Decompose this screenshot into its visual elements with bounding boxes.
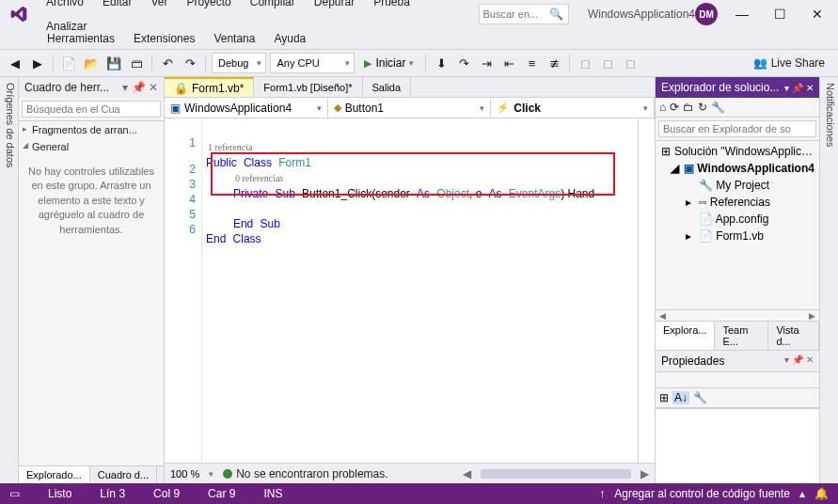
menu-prueba[interactable]: Prueba [366, 0, 418, 12]
user-avatar[interactable]: DM [695, 3, 718, 25]
platform-combo[interactable]: Any CPU [270, 53, 355, 73]
node-form1vb[interactable]: ▸📄 Form1.vb [656, 228, 819, 244]
node-appconfig[interactable]: 📄 App.config [656, 211, 819, 228]
right-siderail-notifications[interactable]: Notificaciones [819, 77, 838, 483]
tab-solution-explorer[interactable]: Explora... [656, 322, 715, 350]
tab-team-explorer[interactable]: Team E... [715, 322, 768, 350]
properties-title: Propiedades [661, 354, 724, 368]
doc-tab-output[interactable]: Salida [363, 77, 412, 97]
home-icon[interactable]: ⌂ [659, 101, 666, 114]
main-toolbar: ◀ ▶ 📄 📂 💾 🗃 ↶ ↷ Debug Any CPU ▶ Iniciar … [0, 49, 838, 77]
next-bookmark-icon[interactable]: ◻ [598, 54, 617, 72]
menu-ver[interactable]: Ver [143, 0, 175, 12]
collapse-icon[interactable]: ⟳ [670, 101, 679, 114]
project-node[interactable]: ◢▣ WindowsApplication4 [656, 160, 819, 177]
bookmark-icon[interactable]: ◻ [576, 54, 594, 72]
horizontal-scrollbar[interactable] [481, 469, 631, 479]
show-all-icon[interactable]: 🗀 [683, 101, 694, 114]
notifications-icon[interactable]: 🔔 [814, 487, 829, 500]
properties-object-combo[interactable] [656, 371, 819, 388]
alphabetical-icon[interactable]: A↓ [672, 391, 689, 404]
undo-icon[interactable]: ↶ [158, 54, 177, 72]
menu-compilar[interactable]: Compilar [243, 0, 303, 12]
status-car: Car 9 [208, 487, 235, 500]
nav-fwd-icon[interactable]: ▶ [28, 54, 47, 72]
hscroll-left-icon[interactable]: ◀ [463, 467, 471, 480]
toolbox-title: Cuadro de herr... [24, 81, 109, 94]
title-search[interactable]: 🔍 [479, 4, 569, 24]
source-control-button[interactable]: Agregar al control de código fuente [614, 487, 790, 500]
toolbox-search-input[interactable] [22, 101, 161, 118]
tab-class-view[interactable]: Vista d... [768, 322, 819, 350]
new-file-icon[interactable]: 📄 [59, 54, 78, 72]
menu-ayuda[interactable]: Ayuda [266, 28, 313, 49]
search-icon: 🔍 [549, 8, 563, 21]
step-icon[interactable]: ⬇ [432, 54, 451, 72]
noproblems-label: No se encontraron problemas. [236, 467, 387, 480]
minimize-button[interactable]: — [729, 5, 755, 24]
comment-icon[interactable]: ≡ [522, 54, 541, 72]
redo-icon[interactable]: ↷ [181, 54, 199, 72]
nav-scope-combo[interactable]: ▣ WindowsApplication4 [165, 98, 328, 118]
indent-icon[interactable]: ⇥ [477, 54, 496, 72]
codelens-ref0[interactable]: 0 referencias [233, 173, 283, 183]
menu-extensiones[interactable]: Extensiones [126, 28, 202, 49]
liveshare-button[interactable]: 👥 Live Share [746, 56, 832, 70]
open-icon[interactable]: 📂 [82, 54, 101, 72]
config-combo[interactable]: Debug [212, 53, 266, 73]
nav-back-icon[interactable]: ◀ [6, 54, 24, 72]
title-search-input[interactable] [483, 8, 549, 20]
properties-icon[interactable]: 🔧 [711, 101, 725, 114]
uncomment-icon[interactable]: ≢ [545, 54, 563, 72]
maximize-button[interactable]: ☐ [767, 5, 793, 24]
node-myproject[interactable]: 🔧 My Project [656, 177, 819, 194]
vb-icon: ▣ [170, 102, 181, 115]
vs-logo [8, 3, 29, 25]
nav-member-combo[interactable]: ◆ Button1 [328, 98, 492, 118]
prev-bookmark-icon[interactable]: ◻ [621, 54, 640, 72]
node-references[interactable]: ▸▫▫ Referencias [656, 194, 819, 211]
error-status[interactable]: No se encontraron problemas. [223, 467, 387, 480]
toolbox-group-general[interactable]: General [19, 138, 164, 155]
left-siderail-datasources[interactable]: Orígenes de datos [0, 77, 19, 483]
properties-grid[interactable] [656, 408, 819, 483]
split-gutter[interactable] [638, 118, 655, 463]
doc-tab-form1-vb[interactable]: 🔒 Form1.vb* [165, 77, 254, 97]
menu-editar[interactable]: Editar [95, 0, 139, 12]
status-line: Lín 3 [100, 487, 125, 500]
close-button[interactable]: ✕ [804, 5, 830, 24]
save-all-icon[interactable]: 🗃 [127, 54, 146, 72]
publish-icon: ↑ [599, 487, 605, 500]
menu-proyecto[interactable]: Proyecto [179, 0, 238, 12]
refresh-icon[interactable]: ↻ [698, 101, 707, 114]
categorize-icon[interactable]: ⊞ [659, 391, 669, 404]
solution-root[interactable]: ⊞Solución "WindowsApplicatio [656, 143, 819, 160]
menu-depurar[interactable]: Depurar [307, 0, 362, 12]
run-button[interactable]: ▶ Iniciar ▾ [358, 53, 419, 73]
play-icon: ▶ [364, 57, 372, 70]
props-wrench-icon[interactable]: 🔧 [693, 391, 707, 404]
pin-icon[interactable]: ▾ 📌 ✕ [122, 81, 158, 94]
solution-search-input[interactable] [658, 120, 816, 137]
zoom-level[interactable]: 100 % [170, 468, 199, 480]
event-icon: ⚡ [497, 102, 510, 114]
hscroll[interactable]: ◀▶ [656, 309, 819, 321]
doc-tab-form1-design[interactable]: Form1.vb [Diseño]* [254, 77, 362, 97]
codelens-ref1[interactable]: 1 referencia [206, 142, 252, 152]
menu-herramientas[interactable]: Herramientas [40, 28, 122, 49]
toolbox-group-fragments[interactable]: Fragmentos de arran... [19, 121, 164, 138]
nav-event-combo[interactable]: ⚡ Click [491, 98, 655, 118]
chevron-up-icon[interactable]: ▴ [799, 487, 805, 500]
menu-ventana[interactable]: Ventana [206, 28, 262, 49]
field-icon: ◆ [334, 102, 341, 114]
save-icon[interactable]: 💾 [104, 54, 123, 72]
nav-member-label: Button1 [345, 102, 384, 115]
menu-archivo[interactable]: Archivo [39, 0, 91, 12]
lock-icon: 🔒 [174, 82, 188, 95]
step-over-icon[interactable]: ↷ [454, 54, 473, 72]
tab-server-explorer[interactable]: Explorado... [19, 466, 90, 483]
code-editor[interactable]: 1 referencia Public Class Form1 0 refere… [202, 118, 638, 463]
hscroll-right-icon[interactable]: ▶ [640, 467, 649, 480]
tab-toolbox[interactable]: Cuadro d... [90, 466, 157, 483]
outdent-icon[interactable]: ⇤ [499, 54, 518, 72]
